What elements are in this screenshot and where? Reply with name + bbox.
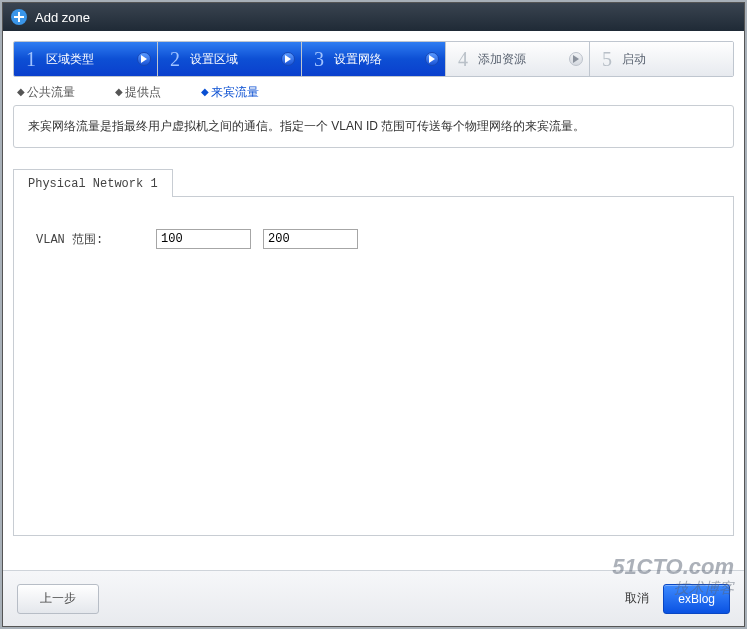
step-set-zone[interactable]: 2 设置区域 <box>158 42 302 76</box>
previous-button[interactable]: 上一步 <box>17 584 99 614</box>
step-number: 2 <box>170 48 180 71</box>
bullet-icon: ◆ <box>17 86 25 98</box>
next-button[interactable]: exBlog <box>663 584 730 614</box>
step-set-network[interactable]: 3 设置网络 <box>302 42 446 76</box>
step-label: 设置网络 <box>334 51 382 68</box>
step-launch: 5 启动 <box>590 42 733 76</box>
chevron-right-icon <box>425 52 439 66</box>
wizard-steps: 1 区域类型 2 设置区域 3 设置网络 4 添加资源 5 启动 <box>13 41 734 77</box>
step-number: 5 <box>602 48 612 71</box>
subtab-guest-traffic[interactable]: ◆ 来宾流量 <box>201 85 259 99</box>
step-label: 启动 <box>622 51 646 68</box>
step-number: 4 <box>458 48 468 71</box>
chevron-right-icon <box>281 52 295 66</box>
vlan-range-label: VLAN 范围: <box>36 231 126 248</box>
network-panel: VLAN 范围: <box>13 196 734 536</box>
step-label: 添加资源 <box>478 51 526 68</box>
add-icon <box>11 9 27 25</box>
info-panel: 来宾网络流量是指最终用户虚拟机之间的通信。指定一个 VLAN ID 范围可传送每… <box>13 105 734 148</box>
step-zone-type[interactable]: 1 区域类型 <box>14 42 158 76</box>
vlan-range-start-input[interactable] <box>156 229 251 249</box>
step-number: 3 <box>314 48 324 71</box>
chevron-right-icon <box>569 52 583 66</box>
subtab-provide[interactable]: ◆ 提供点 <box>115 85 161 99</box>
bullet-icon: ◆ <box>115 86 123 98</box>
subtab-public-traffic[interactable]: ◆ 公共流量 <box>17 85 75 99</box>
step-number: 1 <box>26 48 36 71</box>
step-add-resource: 4 添加资源 <box>446 42 590 76</box>
bullet-icon: ◆ <box>201 86 209 98</box>
dialog-title: Add zone <box>35 10 90 25</box>
tab-physical-network-1[interactable]: Physical Network 1 <box>13 169 173 197</box>
vlan-range-end-input[interactable] <box>263 229 358 249</box>
titlebar: Add zone <box>3 3 744 31</box>
chevron-right-icon <box>137 52 151 66</box>
step-label: 区域类型 <box>46 51 94 68</box>
subtabs: ◆ 公共流量 ◆ 提供点 ◆ 来宾流量 <box>13 77 734 105</box>
dialog-footer: 上一步 取消 exBlog <box>3 570 744 626</box>
step-label: 设置区域 <box>190 51 238 68</box>
cancel-link[interactable]: 取消 <box>625 590 649 607</box>
